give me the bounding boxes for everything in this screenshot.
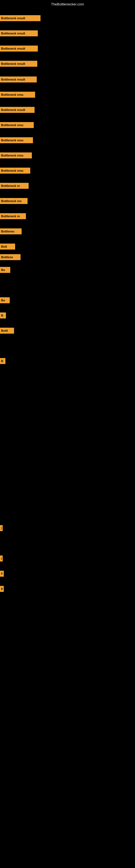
bar-item-10: Bottleneck resu bbox=[0, 167, 30, 174]
bar-label-14: Bottlenec bbox=[1, 230, 14, 233]
bar-label-17: Bo bbox=[1, 268, 5, 272]
bar-label-19: B bbox=[1, 314, 3, 317]
bar-item-14: Bottlenec bbox=[0, 228, 21, 235]
site-title: TheBottlenecker.com bbox=[0, 2, 135, 6]
bar-item-12: Bottleneck res bbox=[0, 198, 28, 204]
bar-label-13: Bottleneck re bbox=[1, 215, 20, 218]
bar-item-2: Bottleneck result bbox=[0, 45, 38, 52]
bar-item-13: Bottleneck re bbox=[0, 213, 26, 219]
bar-label-6: Bottleneck result bbox=[1, 108, 25, 112]
bar-item-5: Bottleneck resu bbox=[0, 92, 35, 98]
bar-label-3: Bottleneck result bbox=[1, 62, 25, 65]
bar-item-22: | bbox=[0, 525, 3, 531]
bar-label-4: Bottleneck result bbox=[1, 78, 25, 81]
bar-item-9: Bottleneck resu bbox=[0, 152, 32, 158]
bar-label-10: Bottleneck resu bbox=[1, 169, 24, 172]
bar-item-25: B bbox=[0, 586, 4, 592]
bar-label-20: Bottl bbox=[1, 329, 8, 332]
bar-item-4: Bottleneck result bbox=[0, 76, 37, 83]
bar-label-18: Bo bbox=[1, 299, 5, 302]
bar-item-18: Bo bbox=[0, 297, 10, 303]
bar-label-7: Bottleneck resu bbox=[1, 123, 24, 127]
bar-label-12: Bottleneck res bbox=[1, 199, 21, 203]
bar-label-23: | bbox=[1, 557, 2, 560]
bar-item-15: Bott bbox=[0, 244, 15, 250]
bar-label-5: Bottleneck resu bbox=[1, 93, 24, 96]
bar-item-19: B bbox=[0, 312, 6, 318]
bar-label-0: Bottleneck result bbox=[1, 17, 25, 20]
bar-item-16: Bottlene bbox=[0, 254, 20, 260]
bar-item-24: F bbox=[0, 571, 4, 577]
bar-item-21: B bbox=[0, 358, 5, 364]
bar-item-3: Bottleneck result bbox=[0, 61, 37, 67]
bar-label-25: B bbox=[1, 587, 3, 590]
bar-label-8: Bottleneck resu bbox=[1, 138, 24, 142]
bar-item-11: Bottleneck re bbox=[0, 183, 29, 189]
bar-label-11: Bottleneck re bbox=[1, 184, 20, 187]
bar-item-6: Bottleneck result bbox=[0, 107, 35, 113]
bar-item-7: Bottleneck resu bbox=[0, 122, 34, 128]
bar-label-2: Bottleneck result bbox=[1, 47, 25, 50]
bar-label-21: B bbox=[1, 360, 3, 363]
bar-label-9: Bottleneck resu bbox=[1, 154, 24, 157]
bar-item-0: Bottleneck result bbox=[0, 15, 41, 21]
bar-label-15: Bott bbox=[1, 245, 7, 248]
bar-label-22: | bbox=[1, 527, 2, 530]
bar-item-1: Bottleneck result bbox=[0, 30, 38, 36]
bar-item-23: | bbox=[0, 556, 3, 561]
bar-label-24: F bbox=[1, 572, 3, 575]
bar-label-16: Bottlene bbox=[1, 255, 13, 259]
bar-item-20: Bottl bbox=[0, 328, 14, 334]
bar-label-1: Bottleneck result bbox=[1, 32, 25, 35]
bar-item-8: Bottleneck resu bbox=[0, 137, 33, 143]
bar-item-17: Bo bbox=[0, 267, 10, 273]
